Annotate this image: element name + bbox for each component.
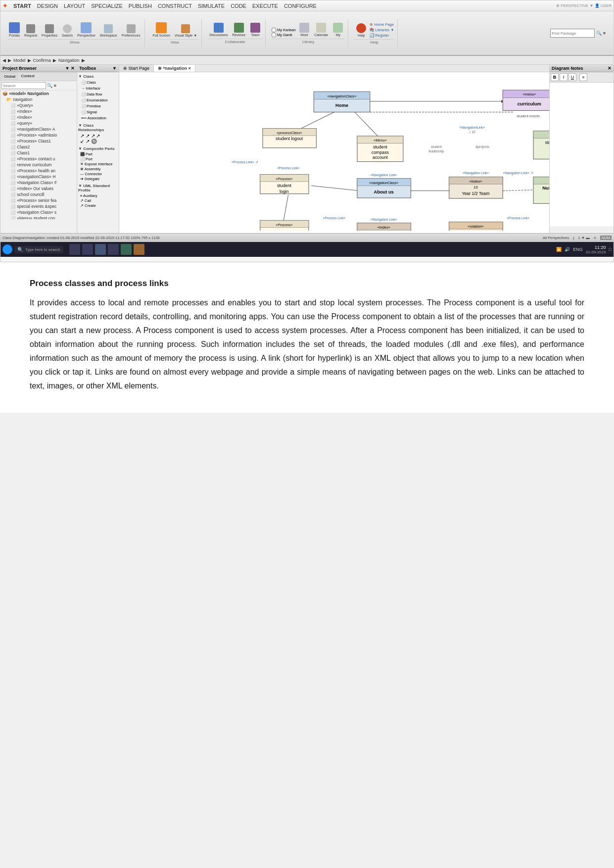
tab-global[interactable]: Global	[1, 73, 18, 80]
menu-design[interactable]: DESIGN	[37, 3, 58, 9]
notes-align-btn[interactable]: ≡	[579, 73, 587, 81]
ribbon-btn-visual-style[interactable]: Visual Style ▼	[173, 24, 198, 38]
ribbon-btn-calendar[interactable]: Calendar	[313, 22, 330, 37]
home-page-link[interactable]: Home Page	[374, 22, 394, 27]
tree-item[interactable]: ⬜ «Index»	[0, 108, 77, 114]
toolbox-expose[interactable]: ✕ Expose Interface	[80, 162, 118, 166]
taskbar-app-1[interactable]	[69, 244, 80, 255]
svg-text:«Process Link»: «Process Link»	[323, 216, 346, 220]
tree-item[interactable]: ⬜ Class1	[0, 150, 77, 156]
diagram-notes-panel: Diagram Notes ✕ B I U | ≡	[549, 65, 614, 233]
ribbon-btn-workspace[interactable]: Workspace	[98, 24, 119, 38]
ribbon-btn-search[interactable]: Search	[60, 24, 74, 38]
toolbox-interface[interactable]: → Interface	[80, 86, 118, 91]
ribbon-btn-properties[interactable]: Request	[23, 24, 39, 38]
tree-item[interactable]: ⬜ «navigationClass» A	[0, 126, 77, 132]
menu-simulate[interactable]: SIMULATE	[198, 3, 225, 9]
ribbon-btn-discussions[interactable]: Discussions	[208, 22, 229, 37]
tab-start-page[interactable]: ⊕ Start Page	[119, 65, 154, 72]
menu-construct[interactable]: CONSTRUCT	[158, 3, 192, 9]
ribbon-btn-help[interactable]: Help	[354, 23, 368, 38]
menu-execute[interactable]: EXECUTE	[252, 3, 278, 9]
toolbox-part[interactable]: ⬛ Part	[80, 152, 118, 156]
taskbar-app-3[interactable]	[95, 244, 106, 255]
ribbon-btn-team[interactable]: Team	[248, 22, 262, 37]
tree-item[interactable]: ⬜ «Navigation Class» s	[0, 209, 77, 215]
taskbar-app-5[interactable]	[121, 244, 132, 255]
ribbon-btn-portal[interactable]: Portals	[7, 22, 21, 38]
content-area: Process classes and process links It pro…	[0, 262, 614, 413]
breadcrumb-item: Model	[13, 58, 26, 63]
tab-navigation[interactable]: ⊕ *navigation ×	[154, 65, 195, 72]
kanban-checkbox[interactable]	[272, 28, 276, 32]
tree-item[interactable]: ⬜ «query»	[0, 120, 77, 126]
ribbon-btn-my[interactable]: My	[331, 22, 345, 37]
menu-layout[interactable]: LAYOUT	[64, 3, 85, 9]
menu-configure[interactable]: CONFIGURE	[284, 3, 317, 9]
toolbox-class[interactable]: ⬜ Class	[80, 80, 118, 85]
ribbon-btn-trace[interactable]: Properties	[40, 24, 59, 38]
ribbon-btn-reviews[interactable]: Reviews	[231, 22, 246, 37]
tree-item[interactable]: ⬜ Class2	[0, 144, 77, 150]
menu-publish[interactable]: PUBLISH	[129, 3, 152, 9]
taskbar-app-2[interactable]	[82, 244, 93, 255]
ide-ribbon: Portals Request Properties Search	[0, 11, 614, 56]
find-package-input[interactable]	[550, 29, 595, 38]
svg-text:student: student	[373, 145, 387, 149]
tree-item[interactable]: ⬜ «Process» contact u	[0, 156, 77, 162]
toolbox-enumeration[interactable]: ⬜ Enumeration	[80, 97, 118, 103]
tree-item[interactable]: ⬜ «Navigation Class» F	[0, 180, 77, 186]
tree-item[interactable]: 📂 navigation	[0, 96, 77, 102]
diagram-notes-textarea[interactable]	[550, 83, 614, 226]
toolbox-primitive[interactable]: ⬜ Primitive	[80, 103, 118, 109]
taskbar-app-6[interactable]	[134, 244, 144, 255]
menu-specialize[interactable]: SPECIALIZE	[91, 3, 123, 9]
tree-item[interactable]: ⬜ «Index» Our values	[0, 186, 77, 192]
toolbox-connector[interactable]: — Connector	[80, 172, 118, 176]
taskbar-search[interactable]: 🔍 Type here to search	[14, 246, 63, 253]
tree-item[interactable]: ⬜ «Index»	[0, 114, 77, 120]
menu-code[interactable]: CODE	[231, 3, 246, 9]
toolbox-signal[interactable]: ⬜ Signal	[80, 109, 118, 115]
notes-italic-btn[interactable]: I	[560, 73, 567, 81]
ribbon-btn-perspective[interactable]: Perspective	[76, 22, 97, 38]
tree-model-root[interactable]: 📦 «model» Navigation	[0, 91, 77, 96]
tree-item[interactable]: ⬜ special events &spec	[0, 203, 77, 209]
register-link[interactable]: Register	[375, 33, 389, 38]
statusbar-add-btn[interactable]: +	[594, 236, 596, 241]
svg-text:Home: Home	[335, 103, 348, 108]
tree-item[interactable]: ⬜ school councill	[0, 192, 77, 197]
notes-underline-btn[interactable]: U	[568, 73, 576, 81]
tree-item[interactable]: ⬜ «Process» health an	[0, 168, 77, 174]
tree-item[interactable]: ⬜ «Process» senior fea	[0, 197, 77, 203]
ribbon-btn-fullscreen[interactable]: Full Screen	[151, 22, 171, 38]
taskbar-start[interactable]	[2, 244, 12, 254]
toolbox-dataflow[interactable]: ⬜ Data flow	[80, 92, 118, 97]
toolbox-auxiliary[interactable]: ≡ Auxiliary	[80, 193, 118, 198]
ribbon-btn-preferences[interactable]: Preferences	[120, 24, 142, 38]
svg-text:«Index»: «Index»	[470, 179, 482, 184]
tree-item[interactable]: ⬜ «Query»	[0, 102, 77, 108]
toolbox-section-class: ▼ Class	[78, 73, 118, 80]
project-browser: Project Browser ▼ ✕ Global Context 🔍 ≡ 📦…	[0, 65, 77, 233]
toolbox-delegate[interactable]: ➔ Delegate	[80, 177, 118, 181]
toolbox-create[interactable]: ↗ Create	[80, 203, 118, 208]
menu-start[interactable]: START	[13, 3, 31, 9]
ribbon-btn-most[interactable]: Most	[297, 22, 311, 37]
toolbox-assembly[interactable]: ⊕ Assembly	[80, 167, 118, 171]
tree-item[interactable]: ⬜ remove curriculum	[0, 162, 77, 168]
notes-bold-btn[interactable]: B	[551, 73, 559, 81]
tree-item[interactable]: ⬜ «Menu» student con	[0, 215, 77, 219]
tree-item[interactable]: ⬜ «Process» Class1	[0, 138, 77, 144]
toolbox-association[interactable]: ⟵ Association	[80, 115, 118, 121]
toolbox-call[interactable]: ↗ Call	[80, 198, 118, 203]
breadcrumb-sep: ▶	[28, 58, 31, 63]
toolbox-port[interactable]: ⬜ Port	[80, 157, 118, 161]
project-search-input[interactable]	[1, 82, 46, 89]
gantt-checkbox[interactable]	[272, 33, 276, 37]
tab-context[interactable]: Context	[19, 73, 37, 80]
taskbar-app-4[interactable]	[108, 244, 119, 255]
libraries-link[interactable]: Libraries ▼	[375, 28, 394, 32]
tree-item[interactable]: ⬜ «Process» «admissio	[0, 132, 77, 138]
tree-item[interactable]: ⬜ «navigationClass» H	[0, 174, 77, 180]
